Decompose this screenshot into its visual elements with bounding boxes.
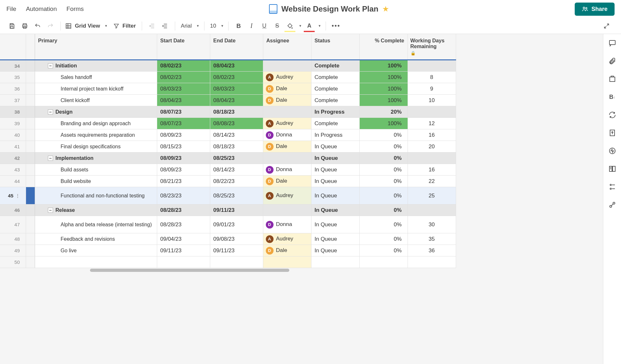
assignee-cell[interactable]: DDale — [263, 83, 311, 95]
save-button[interactable] — [6, 21, 17, 31]
working-days-cell[interactable]: 12 — [408, 118, 456, 129]
working-days-cell[interactable]: 8 — [408, 72, 456, 83]
end-date-cell[interactable]: 08/18/23 — [210, 141, 263, 152]
row-number[interactable]: 44 — [0, 176, 26, 187]
status-cell[interactable]: In Queue — [311, 204, 359, 216]
row-handle[interactable] — [26, 118, 35, 129]
menu-forms[interactable]: Forms — [67, 5, 84, 13]
status-cell[interactable]: In Queue — [311, 176, 359, 187]
pct-complete-cell[interactable]: 100% — [359, 118, 408, 129]
assignee-cell[interactable]: DDonna — [263, 216, 311, 233]
row-number[interactable]: 40 — [0, 129, 26, 141]
status-cell[interactable]: In Progress — [311, 106, 359, 118]
strikethrough-button[interactable]: S — [272, 21, 283, 31]
assignee-cell[interactable] — [263, 204, 311, 216]
primary-cell[interactable]: −Implementation — [35, 152, 157, 164]
assignee-cell[interactable]: AAudrey — [263, 118, 311, 129]
primary-cell[interactable]: Alpha and beta release (internal testing… — [35, 216, 157, 233]
collapse-button[interactable]: − — [48, 109, 53, 115]
col-header-assignee[interactable]: Assignee — [263, 34, 311, 60]
working-days-cell[interactable]: 25 — [408, 187, 456, 204]
working-days-cell[interactable]: 35 — [408, 233, 456, 245]
chevron-down-icon[interactable]: ▼ — [299, 24, 302, 28]
status-cell[interactable]: In Queue — [311, 187, 359, 204]
more-options-button[interactable]: ••• — [330, 21, 341, 31]
assignee-cell[interactable]: DDale — [263, 141, 311, 152]
end-date-cell[interactable]: 09/11/23 — [210, 204, 263, 216]
row-number[interactable]: 46 — [0, 204, 26, 216]
undo-button[interactable] — [32, 21, 43, 31]
status-cell[interactable]: In Progress — [311, 129, 359, 141]
primary-cell[interactable]: −Initiation — [35, 60, 157, 72]
pct-complete-cell[interactable]: 100% — [359, 60, 408, 72]
primary-cell[interactable]: Go live — [35, 245, 157, 256]
primary-cell[interactable]: Client kickoff — [35, 95, 157, 106]
primary-cell[interactable]: Sales handoff — [35, 72, 157, 83]
row-handle[interactable] — [26, 233, 35, 245]
pct-complete-cell[interactable]: 0% — [359, 152, 408, 164]
pct-complete-cell[interactable]: 0% — [359, 216, 408, 233]
col-header-status[interactable]: Status — [311, 34, 359, 60]
start-date-cell[interactable]: 09/04/23 — [157, 233, 210, 245]
menu-automation[interactable]: Automation — [26, 5, 57, 13]
end-date-cell[interactable]: 09/11/23 — [210, 245, 263, 256]
working-days-cell[interactable] — [408, 152, 456, 164]
row-handle[interactable] — [26, 129, 35, 141]
status-cell[interactable]: Complete — [311, 95, 359, 106]
primary-cell[interactable]: Functional and non-functional testing — [35, 187, 157, 204]
font-selector[interactable]: Arial ▼ — [180, 23, 200, 29]
assignee-cell[interactable]: DDonna — [263, 129, 311, 141]
status-cell[interactable]: Complete — [311, 60, 359, 72]
assignee-cell[interactable]: DDale — [263, 245, 311, 256]
row-number[interactable]: 41 — [0, 141, 26, 152]
pct-complete-cell[interactable]: 0% — [359, 204, 408, 216]
start-date-cell[interactable]: 08/21/23 — [157, 176, 210, 187]
assignee-cell[interactable] — [263, 152, 311, 164]
start-date-cell[interactable]: 08/28/23 — [157, 216, 210, 233]
start-date-cell[interactable]: 08/02/23 — [157, 60, 210, 72]
pct-complete-cell[interactable]: 100% — [359, 83, 408, 95]
row-number[interactable]: 37 — [0, 95, 26, 106]
working-days-cell[interactable] — [408, 106, 456, 118]
primary-cell[interactable]: −Design — [35, 106, 157, 118]
row-handle[interactable] — [26, 152, 35, 164]
row-handle[interactable] — [26, 256, 35, 268]
start-date-cell[interactable]: 08/07/23 — [157, 106, 210, 118]
working-days-cell[interactable]: 10 — [408, 95, 456, 106]
horizontal-scrollbar[interactable] — [0, 268, 603, 273]
collapse-button[interactable]: − — [48, 208, 53, 213]
row-number[interactable]: 50 — [0, 256, 26, 268]
working-days-cell[interactable]: 9 — [408, 83, 456, 95]
col-header-days[interactable]: Working Days Remaining🔒 — [408, 34, 456, 60]
row-number[interactable]: 36 — [0, 83, 26, 95]
filter-button[interactable]: Filter — [113, 23, 137, 29]
row-number[interactable]: 47 — [0, 216, 26, 233]
indent-button[interactable] — [159, 21, 170, 31]
row-handle[interactable] — [26, 204, 35, 216]
primary-cell[interactable]: Branding and design approach — [35, 118, 157, 129]
cell[interactable] — [210, 256, 263, 268]
status-cell[interactable]: In Queue — [311, 164, 359, 176]
activity-icon[interactable] — [608, 146, 617, 155]
row-number[interactable]: 39 — [0, 118, 26, 129]
row-handle[interactable] — [26, 60, 35, 72]
working-days-cell[interactable] — [408, 60, 456, 72]
primary-cell[interactable]: Feedback and revisions — [35, 233, 157, 245]
end-date-cell[interactable]: 09/08/23 — [210, 233, 263, 245]
pct-complete-cell[interactable]: 0% — [359, 245, 408, 256]
attachments-icon[interactable] — [608, 56, 617, 65]
row-handle[interactable] — [26, 187, 35, 204]
comments-icon[interactable] — [608, 39, 617, 48]
collapse-button[interactable]: − — [48, 63, 53, 68]
start-date-cell[interactable]: 08/09/23 — [157, 129, 210, 141]
working-days-cell[interactable]: 36 — [408, 245, 456, 256]
pct-complete-cell[interactable]: 0% — [359, 187, 408, 204]
start-date-cell[interactable]: 08/23/23 — [157, 187, 210, 204]
assignee-cell[interactable]: DDonna — [263, 164, 311, 176]
end-date-cell[interactable]: 09/01/23 — [210, 216, 263, 233]
col-header-pct[interactable]: % Complete — [359, 34, 408, 60]
end-date-cell[interactable]: 08/18/23 — [210, 106, 263, 118]
pct-complete-cell[interactable]: 0% — [359, 233, 408, 245]
working-days-cell[interactable]: 16 — [408, 129, 456, 141]
row-number[interactable]: 34 — [0, 60, 26, 72]
